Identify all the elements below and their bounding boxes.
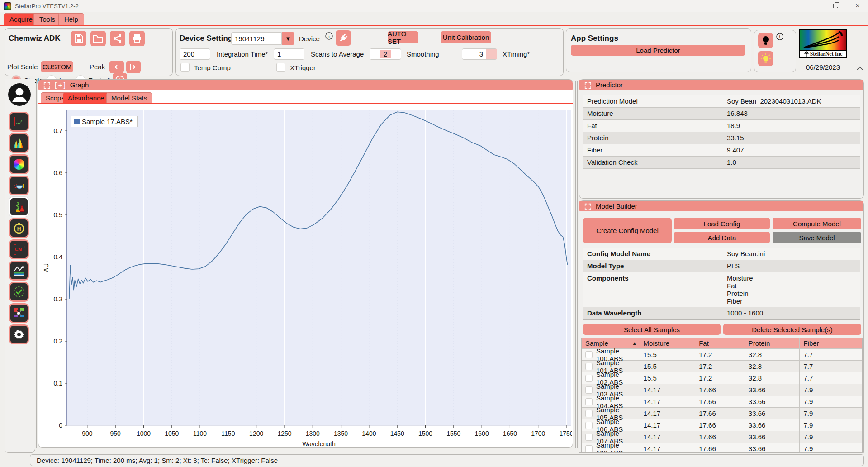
smoothing-input[interactable]: 2 [370,48,401,60]
status-text: Device: 19041129; Time: 200 ms; Avg: 1; … [37,457,278,464]
lamp-info-icon[interactable]: i [776,33,783,40]
wavenumber-cm-icon[interactable]: CM-1 [9,239,29,259]
scope-chart-icon[interactable] [9,112,29,132]
maximize-button[interactable] [825,0,846,12]
chemistry-sample-icon[interactable] [9,176,29,195]
plug-icon [338,33,349,43]
expand-icon[interactable] [584,203,591,210]
validate-check-icon[interactable] [9,282,29,302]
graph-canvas[interactable]: 9009501000105011001150120012501300135014… [41,106,572,446]
svg-text:1750: 1750 [559,430,572,437]
popout-icon[interactable]: [ + ] [55,81,66,89]
lamp-on-button[interactable] [758,51,773,66]
sample-checkbox[interactable] [585,434,593,441]
select-all-samples-button[interactable]: Select All Samples [583,324,721,335]
legend-label: Sample 17.ABS* [82,118,133,125]
spectrum-icon[interactable] [9,133,29,153]
chemwiz-plant-icon[interactable] [9,197,29,217]
settings-gear-icon[interactable] [9,324,29,344]
sample-value: 7.9 [799,384,862,396]
right-splitter-2[interactable] [577,81,578,448]
load-config-button[interactable]: Load Config [674,218,770,229]
minimize-button[interactable] [802,0,822,12]
sample-checkbox[interactable] [585,351,593,358]
xtiming-input[interactable]: 3 [462,48,497,60]
column-header-fat[interactable]: Fat [695,338,745,348]
table-row: Moisture16.843 [583,108,860,120]
sample-checkbox[interactable] [585,445,593,453]
sample-value: 33.66 [745,431,800,443]
status-bar: Device: 19041129; Time: 200 ms; Avg: 1; … [30,454,864,466]
svg-text:1700: 1700 [531,430,545,437]
svg-text:900: 900 [82,430,93,437]
legend-swatch [74,119,80,124]
open-folder-button[interactable] [90,31,106,46]
tab-absorbance[interactable]: Absorbance [63,92,109,103]
ph-meter-icon[interactable]: H [9,218,29,238]
table-row: Config Model NameSoy Bean.ini [583,248,860,260]
model-network-icon[interactable] [9,303,29,323]
column-header-protein[interactable]: Protein [745,338,800,348]
column-header-fiber[interactable]: Fiber [799,338,862,348]
print-button[interactable] [129,31,145,46]
user-avatar[interactable] [8,83,31,106]
sample-checkbox[interactable] [585,375,593,382]
tab-model-stats[interactable]: Model Stats [106,92,152,103]
svg-text:1050: 1050 [165,430,179,437]
sample-checkbox[interactable] [585,410,593,417]
device-select-dropdown[interactable]: ▼ [282,32,294,45]
reflectance-icon[interactable] [9,261,29,281]
peak-prev-button[interactable] [109,61,124,73]
delete-selected-button[interactable]: Delete Selected Sample(s) [723,324,861,335]
share-button[interactable] [110,31,125,46]
device-select-value[interactable]: 19041129 [231,32,282,45]
predictor-panel: Predictor Prediction ModelSoy Bean_20230… [579,79,864,199]
close-button[interactable]: × [847,0,868,12]
compute-model-button[interactable]: Compute Model [773,218,861,229]
lamp-off-button[interactable] [758,33,773,48]
create-config-model-button[interactable]: Create Config Model [583,218,672,243]
sample-checkbox[interactable] [585,398,593,405]
left-splitter[interactable] [36,81,37,448]
integration-time-input[interactable]: 200 [180,48,210,60]
right-splitter[interactable] [575,81,576,448]
scans-input[interactable]: 1 [274,48,304,60]
device-info-icon[interactable]: i [325,32,333,40]
sort-ascending-icon[interactable]: ▲ [632,341,637,346]
column-header-moisture[interactable]: Moisture [640,338,695,348]
sample-checkbox[interactable] [585,422,593,429]
load-predictor-button[interactable]: Load Predictor [571,45,745,56]
sample-checkbox[interactable] [585,386,593,394]
model-builder-title: Model Builder [596,202,637,210]
sample-checkbox[interactable] [585,363,593,370]
sample-value: 7.7 [799,349,862,360]
tab-tools[interactable]: Tools [33,13,61,25]
collapse-chevron[interactable] [856,66,863,71]
connect-device-button[interactable] [336,30,351,46]
tab-help[interactable]: Help [58,13,84,25]
plot-scale-button[interactable]: CUSTOM [41,61,73,72]
table-row: Prediction ModelSoy Bean_202304031013.AD… [583,95,860,108]
sample-table: Sample▲MoistureFatProteinFiberSample 100… [581,338,863,452]
column-header-sample[interactable]: Sample▲ [582,338,640,348]
sample-value: 14.17 [640,443,695,452]
peak-next-button[interactable] [126,61,141,73]
expand-icon[interactable] [43,81,50,89]
arrow-to-right-icon [129,64,138,70]
sample-value: 17.66 [695,384,745,396]
unit-calibration-button[interactable]: Unit Calibration [441,31,491,43]
sample-row[interactable]: Sample 108.ABS14.1717.6633.667.9 [582,443,862,452]
auto-set-button[interactable]: AUTO SET [388,31,418,43]
svg-text:i: i [779,34,781,39]
color-wheel-icon[interactable] [9,154,29,174]
date-label: 06/29/2023 [799,63,847,71]
xtrigger-checkbox[interactable] [276,63,285,72]
xtiming-spinner[interactable] [486,49,497,59]
device-label: Device [299,35,320,43]
expand-icon[interactable] [584,81,591,89]
svg-text:i: i [328,33,330,39]
save-button[interactable] [71,31,86,46]
save-model-button[interactable]: Save Model [773,232,861,243]
add-data-button[interactable]: Add Data [674,232,770,243]
temp-comp-checkbox[interactable] [180,63,190,72]
